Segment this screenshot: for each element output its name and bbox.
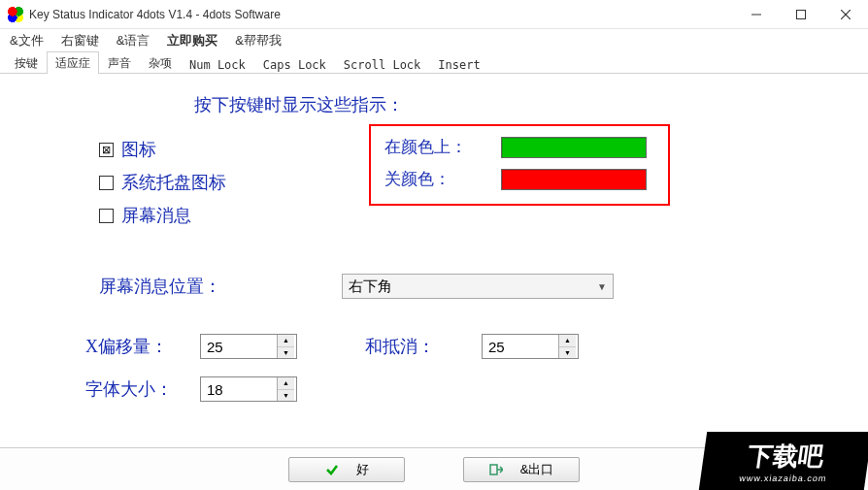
spin-down-icon[interactable]: ▼ <box>278 390 294 402</box>
tab-sound[interactable]: 声音 <box>99 51 140 74</box>
tab-insert[interactable]: Insert <box>429 54 488 74</box>
close-button[interactable] <box>823 0 868 28</box>
spin-down-icon[interactable]: ▼ <box>559 347 576 359</box>
ok-button-label: 好 <box>356 461 369 478</box>
x-offset-input[interactable] <box>201 335 277 358</box>
watermark-sub: www.xiazaiba.com <box>739 474 827 483</box>
check-icon <box>325 463 339 476</box>
title-bar: Key Status Indicator 4dots V1.4 - 4dots … <box>0 0 868 29</box>
menu-help[interactable]: &帮帮我 <box>235 32 282 49</box>
menu-right-window[interactable]: 右窗键 <box>61 32 99 49</box>
svg-rect-4 <box>490 465 497 474</box>
menu-file[interactable]: &文件 <box>10 32 44 49</box>
ok-button[interactable]: 好 <box>288 457 405 482</box>
on-color-label: 在颜色上： <box>384 136 501 158</box>
section-heading: 按下按键时显示这些指示： <box>194 93 839 116</box>
y-offset-label: 和抵消： <box>365 335 482 358</box>
watermark-logo: 下载吧 www.xiazaiba.com <box>699 432 868 490</box>
position-label: 屏幕消息位置： <box>99 275 342 298</box>
tab-misc[interactable]: 杂项 <box>140 51 181 74</box>
spin-up-icon[interactable]: ▲ <box>559 335 576 347</box>
content-area: 按下按键时显示这些指示： ⊠ 图标 系统托盘图标 屏幕消息 在颜色上： 关颜色：… <box>0 74 868 421</box>
color-settings-highlight: 在颜色上： 关颜色： <box>369 124 670 206</box>
tab-capslock[interactable]: Caps Lock <box>254 54 335 74</box>
app-icon <box>8 7 23 22</box>
exit-icon <box>489 463 503 476</box>
window-title: Key Status Indicator 4dots V1.4 - 4dots … <box>29 8 734 21</box>
exit-button[interactable]: &出口 <box>463 457 580 482</box>
position-value: 右下角 <box>349 278 392 296</box>
tab-scrolllock[interactable]: Scroll Lock <box>335 54 429 74</box>
svg-rect-1 <box>797 10 806 18</box>
menu-language[interactable]: &语言 <box>117 32 150 49</box>
minimize-button[interactable] <box>734 0 779 28</box>
position-combobox[interactable]: 右下角 ▼ <box>342 274 614 299</box>
tab-indications[interactable]: 适应症 <box>47 51 99 74</box>
off-color-label: 关颜色： <box>384 168 501 190</box>
y-offset-spinner[interactable]: ▲▼ <box>482 334 579 359</box>
checkbox-osd-label: 屏幕消息 <box>121 204 191 227</box>
checkbox-osd[interactable] <box>99 209 114 223</box>
y-offset-input[interactable] <box>483 335 558 358</box>
checkbox-tray[interactable] <box>99 176 114 190</box>
font-size-input[interactable] <box>201 377 277 401</box>
x-offset-label: X偏移量： <box>85 335 200 358</box>
font-size-spinner[interactable]: ▲▼ <box>200 376 297 402</box>
off-color-swatch[interactable] <box>501 169 647 190</box>
tab-keys[interactable]: 按键 <box>6 51 47 74</box>
menu-buy-now[interactable]: 立即购买 <box>167 32 217 49</box>
font-size-label: 字体大小： <box>85 377 200 401</box>
spin-up-icon[interactable]: ▲ <box>278 335 294 347</box>
watermark-main: 下载吧 <box>746 440 826 474</box>
chevron-down-icon: ▼ <box>597 281 607 292</box>
spin-down-icon[interactable]: ▼ <box>278 347 294 359</box>
checkbox-icon[interactable]: ⊠ <box>99 143 114 157</box>
maximize-button[interactable] <box>779 0 823 28</box>
exit-button-label: &出口 <box>520 461 554 478</box>
checkbox-icon-label: 图标 <box>121 138 156 161</box>
checkbox-tray-label: 系统托盘图标 <box>121 171 226 194</box>
menu-bar: &文件 右窗键 &语言 立即购买 &帮帮我 <box>0 29 868 52</box>
spin-up-icon[interactable]: ▲ <box>278 377 294 390</box>
on-color-swatch[interactable] <box>501 137 647 158</box>
x-offset-spinner[interactable]: ▲▼ <box>200 334 297 359</box>
tab-numlock[interactable]: Num Lock <box>181 54 254 74</box>
tab-bar: 按键 适应症 声音 杂项 Num Lock Caps Lock Scroll L… <box>0 52 868 74</box>
